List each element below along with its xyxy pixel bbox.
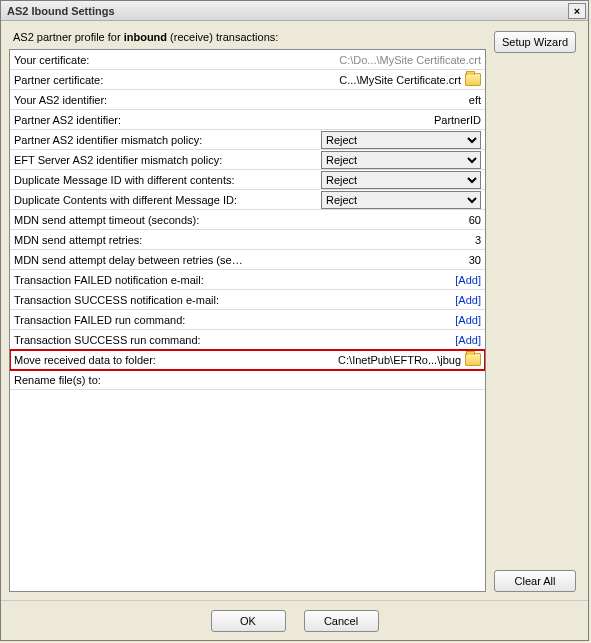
label: Partner AS2 identifier mismatch policy: xyxy=(14,134,244,146)
value: Reject xyxy=(244,131,481,149)
label: Duplicate Message ID with different cont… xyxy=(14,174,244,186)
value: [Add] xyxy=(244,294,481,306)
label: Your AS2 identifier: xyxy=(14,94,244,106)
row-partner-as2-id[interactable]: Partner AS2 identifier: PartnerID xyxy=(10,110,485,130)
cancel-button[interactable]: Cancel xyxy=(304,610,379,632)
folder-icon[interactable] xyxy=(465,353,481,366)
value: [Add] xyxy=(244,274,481,286)
label: Rename file(s) to: xyxy=(14,374,244,386)
value: C:\Do...\MySite Certificate.crt xyxy=(244,54,481,66)
value-text: C:\Do...\MySite Certificate.crt xyxy=(339,54,481,66)
value: 60 xyxy=(244,214,481,226)
row-move-received-data[interactable]: Move received data to folder: C:\InetPub… xyxy=(10,350,485,370)
label: Transaction SUCCESS notification e-mail: xyxy=(14,294,244,306)
label: Partner AS2 identifier: xyxy=(14,114,244,126)
value: Reject xyxy=(244,151,481,169)
titlebar: AS2 Ibound Settings × xyxy=(1,1,588,21)
subtitle-prefix: AS2 partner profile for xyxy=(13,31,124,43)
label: Partner certificate: xyxy=(14,74,244,86)
add-link[interactable]: [Add] xyxy=(455,334,481,346)
label: Move received data to folder: xyxy=(14,354,244,366)
close-icon: × xyxy=(574,5,580,17)
row-rename-files[interactable]: Rename file(s) to: xyxy=(10,370,485,390)
select-dup-contents[interactable]: Reject xyxy=(321,191,481,209)
row-failed-email: Transaction FAILED notification e-mail: … xyxy=(10,270,485,290)
row-partner-mismatch-policy: Partner AS2 identifier mismatch policy: … xyxy=(10,130,485,150)
bottom-bar: OK Cancel xyxy=(1,600,588,640)
row-dup-contents: Duplicate Contents with different Messag… xyxy=(10,190,485,210)
ok-button[interactable]: OK xyxy=(211,610,286,632)
label: Transaction FAILED run command: xyxy=(14,314,244,326)
close-button[interactable]: × xyxy=(568,3,586,19)
subtitle-bold: inbound xyxy=(124,31,167,43)
value: [Add] xyxy=(244,314,481,326)
label: Duplicate Contents with different Messag… xyxy=(14,194,244,206)
add-link[interactable]: [Add] xyxy=(455,294,481,306)
value: eft xyxy=(244,94,481,106)
select-eft-mismatch[interactable]: Reject xyxy=(321,151,481,169)
value: Reject xyxy=(244,171,481,189)
row-success-cmd: Transaction SUCCESS run command: [Add] xyxy=(10,330,485,350)
row-mdn-retries[interactable]: MDN send attempt retries: 3 xyxy=(10,230,485,250)
value: C:\InetPub\EFTRo...\jbug xyxy=(244,353,481,366)
row-partner-certificate[interactable]: Partner certificate: C...\MySite Certifi… xyxy=(10,70,485,90)
left-column: AS2 partner profile for inbound (receive… xyxy=(9,31,486,592)
label: MDN send attempt timeout (seconds): xyxy=(14,214,244,226)
row-success-email: Transaction SUCCESS notification e-mail:… xyxy=(10,290,485,310)
dialog-window: AS2 Ibound Settings × AS2 partner profil… xyxy=(0,0,589,641)
label: MDN send attempt delay between retries (… xyxy=(14,254,244,266)
value: 3 xyxy=(244,234,481,246)
subtitle: AS2 partner profile for inbound (receive… xyxy=(13,31,486,43)
clear-all-button[interactable]: Clear All xyxy=(494,570,576,592)
select-dup-msgid[interactable]: Reject xyxy=(321,171,481,189)
row-failed-cmd: Transaction FAILED run command: [Add] xyxy=(10,310,485,330)
subtitle-suffix: (receive) transactions: xyxy=(167,31,278,43)
value: [Add] xyxy=(244,334,481,346)
value-text: C:\InetPub\EFTRo...\jbug xyxy=(338,354,461,366)
folder-icon[interactable] xyxy=(465,73,481,86)
row-eft-mismatch-policy: EFT Server AS2 identifier mismatch polic… xyxy=(10,150,485,170)
label: Transaction FAILED notification e-mail: xyxy=(14,274,244,286)
value: PartnerID xyxy=(244,114,481,126)
value: Reject xyxy=(244,191,481,209)
row-your-as2-id[interactable]: Your AS2 identifier: eft xyxy=(10,90,485,110)
content-area: AS2 partner profile for inbound (receive… xyxy=(1,21,588,600)
label: EFT Server AS2 identifier mismatch polic… xyxy=(14,154,244,166)
label: MDN send attempt retries: xyxy=(14,234,244,246)
value-text: C...\MySite Certificate.crt xyxy=(339,74,461,86)
row-mdn-delay[interactable]: MDN send attempt delay between retries (… xyxy=(10,250,485,270)
value: 30 xyxy=(244,254,481,266)
row-mdn-timeout[interactable]: MDN send attempt timeout (seconds): 60 xyxy=(10,210,485,230)
add-link[interactable]: [Add] xyxy=(455,314,481,326)
right-column: Setup Wizard Clear All xyxy=(494,31,580,592)
value: C...\MySite Certificate.crt xyxy=(244,73,481,86)
select-partner-mismatch[interactable]: Reject xyxy=(321,131,481,149)
label: Transaction SUCCESS run command: xyxy=(14,334,244,346)
settings-grid: Your certificate: C:\Do...\MySite Certif… xyxy=(9,49,486,592)
grid-empty-area xyxy=(10,390,485,592)
row-your-certificate[interactable]: Your certificate: C:\Do...\MySite Certif… xyxy=(10,50,485,70)
row-dup-msgid: Duplicate Message ID with different cont… xyxy=(10,170,485,190)
add-link[interactable]: [Add] xyxy=(455,274,481,286)
label: Your certificate: xyxy=(14,54,244,66)
window-title: AS2 Ibound Settings xyxy=(7,5,115,17)
setup-wizard-button[interactable]: Setup Wizard xyxy=(494,31,576,53)
